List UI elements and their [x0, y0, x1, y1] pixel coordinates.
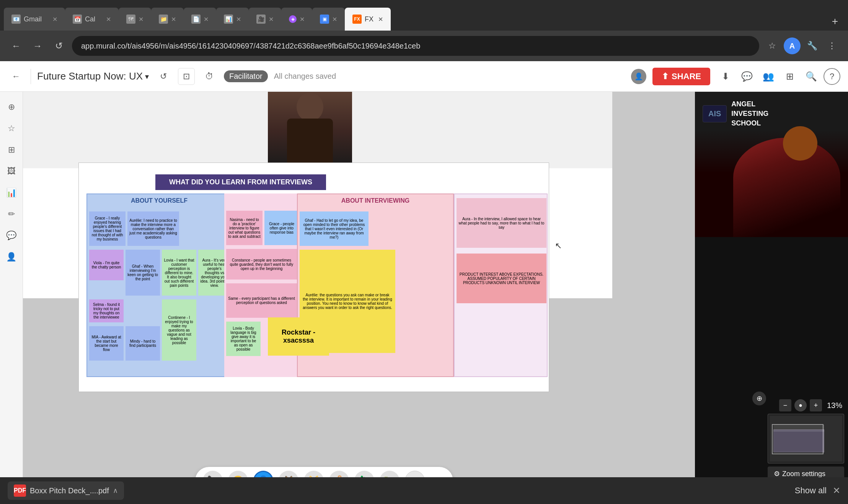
svg-rect-1 [287, 119, 333, 168]
note-ghaf-2: Ghaf - Had to let go of my idea, be open… [300, 211, 369, 246]
frames-button[interactable]: ⊞ [781, 67, 799, 86]
collaborate-button[interactable]: 👥 [759, 67, 778, 86]
help-button[interactable]: ? [824, 68, 840, 85]
address-input[interactable] [72, 36, 759, 56]
toolbar-right-icons: ⬇ 💬 👥 ⊞ 🔍 ? [716, 67, 840, 86]
note-nasima: Nasima - need to do a 'practice' intervi… [226, 211, 263, 245]
profile-icon[interactable]: A [784, 37, 801, 54]
back-button[interactable]: ← [8, 37, 24, 54]
tab-docs[interactable]: 📄 ✕ [184, 8, 216, 31]
note-mindy: Mindy - hard to find participants [126, 326, 160, 361]
maps-favicon: 🗺 [126, 15, 135, 24]
note-ghaf-1: Ghaf - When interviewing I'm keen on get… [126, 250, 160, 296]
sidebar-image-icon[interactable]: 🖼 [2, 162, 21, 180]
tab-meet[interactable]: 🎥 ✕ [249, 8, 281, 31]
tab-drive[interactable]: 📁 ✕ [151, 8, 184, 31]
view-button[interactable]: ⊡ [178, 68, 195, 85]
right-panel: AIS ANGEL INVESTING SCHOOL − ● + 13% [695, 92, 848, 504]
cal-favicon: 📅 [73, 15, 82, 24]
search-button[interactable]: 🔍 [802, 67, 820, 86]
tab-close-3[interactable]: ✕ [139, 16, 144, 23]
user-avatar-toolbar: 👤 [631, 69, 646, 84]
note-lovia-1: Lovia - I want that customer perception … [162, 250, 196, 296]
minimap-viewport [772, 424, 824, 454]
app-toolbar: ← Future Startup Now: UX ▾ ↺ ⊡ ⏱ Facilit… [0, 61, 848, 92]
sidebar-user-icon[interactable]: 👤 [2, 248, 21, 266]
forward-button[interactable]: → [29, 37, 46, 54]
dark-area: − ● + 13% ⊕ [695, 237, 848, 504]
timer-button[interactable]: ⏱ [201, 68, 218, 85]
tab-sheets[interactable]: 📊 ✕ [216, 8, 249, 31]
tab-app[interactable]: ▣ ✕ [312, 8, 345, 31]
minimap-dot[interactable]: ● [794, 399, 807, 411]
tab-figma[interactable]: ◈ ✕ [281, 8, 312, 31]
extensions-icon[interactable]: 🔧 [804, 37, 820, 54]
note-aurelie-1: Aurélie: I need to practice to make the … [127, 211, 179, 246]
tab-close[interactable]: ✕ [52, 16, 57, 23]
tab-bar: 📧 Gmail ✕ 📅 Cal ✕ 🗺 ✕ 📁 ✕ 📄 ✕ [0, 0, 848, 31]
minimap-plus[interactable]: + [810, 399, 822, 411]
sidebar-add-icon[interactable]: ⊕ [2, 98, 21, 116]
app-back-button[interactable]: ← [8, 68, 24, 85]
about-yourself-section: ABOUT YOURSELF Grace - I really enjoyed … [86, 193, 232, 377]
note-constance: Constance - people are sometimes quite g… [226, 249, 297, 280]
share-icon: ⬆ [662, 72, 669, 81]
gear-icon: ⚙ [774, 470, 780, 478]
dropdown-icon[interactable]: ▾ [145, 72, 149, 81]
bottom-file-bar: PDF Boxx Pitch Deck_....pdf ∧ Show all ✕ [0, 477, 848, 504]
about-interviewing-label: ABOUT INTERVIEWING [298, 194, 453, 207]
school-abbreviation: AIS [703, 105, 727, 122]
close-file-bar-button[interactable]: ✕ [833, 485, 840, 496]
video-person [695, 130, 848, 237]
compass-icon[interactable]: ⊕ [752, 392, 766, 405]
tab-close-2[interactable]: ✕ [106, 16, 111, 23]
canvas-area[interactable]: WHAT DID YOU LEARN FROM INTERVIEWS ABOUT… [23, 92, 695, 504]
about-yourself-label: ABOUT YOURSELF [87, 194, 231, 207]
download-button[interactable]: ⬇ [716, 67, 735, 86]
right-section: Aura - In the interview, I allowed space… [454, 193, 548, 377]
sidebar-grid-icon[interactable]: ⊞ [2, 141, 21, 159]
facilitator-badge[interactable]: Facilitator [224, 70, 268, 82]
file-item[interactable]: PDF Boxx Pitch Deck_....pdf ∧ [8, 481, 124, 500]
tab-maps[interactable]: 🗺 ✕ [119, 8, 151, 31]
note-viola: Viola - I'm quite the chatty person [89, 250, 124, 280]
main-layout: ⊕ ☆ ⊞ 🖼 📊 ✏ 💬 👤 A WHAT [0, 92, 848, 504]
new-tab-button[interactable]: + [826, 12, 844, 31]
minimap-minus[interactable]: − [779, 399, 791, 411]
share-button[interactable]: ⬆ SHARE [652, 68, 710, 85]
bookmark-icon[interactable]: ☆ [764, 37, 781, 54]
person-head [783, 126, 817, 161]
refresh-button[interactable]: ↺ [51, 37, 67, 54]
sidebar-pen-icon[interactable]: ✏ [2, 205, 21, 223]
file-chevron-icon[interactable]: ∧ [113, 486, 118, 495]
address-bar-row: ← → ↺ ☆ A 🔧 ⋮ [0, 31, 848, 61]
note-product: PRODUCT INTEREST ABOVE EXPECTATIONS. ASS… [457, 254, 546, 303]
user-presence: 👤 [631, 69, 646, 84]
share-label: SHARE [672, 72, 701, 81]
note-aura-2: Aura - In the interview, I allowed space… [457, 198, 546, 248]
zoom-settings-label: Zoom settings [782, 470, 825, 478]
tab-gmail[interactable]: 📧 Gmail ✕ [4, 8, 65, 31]
sidebar-chart-icon[interactable]: 📊 [2, 184, 21, 202]
save-status: All changes saved [274, 72, 336, 81]
minimap-area: − ● + 13% ⊕ [768, 399, 844, 481]
minimap-thumbnail[interactable] [768, 414, 844, 463]
undo-button[interactable]: ↺ [155, 68, 172, 85]
tab-calendar[interactable]: 📅 Cal ✕ [65, 8, 119, 31]
divider [31, 69, 31, 84]
note-grace-2: Grace - people often give into response … [264, 211, 299, 245]
menu-icon[interactable]: ⋮ [824, 37, 840, 54]
person-silhouette [268, 92, 352, 168]
note-selma: Selma - found it tricky not to put my th… [89, 299, 124, 322]
sidebar-star-icon[interactable]: ☆ [2, 119, 21, 138]
tab-fx[interactable]: FX FX ✕ [345, 8, 391, 31]
comment-button[interactable]: 💬 [738, 67, 756, 86]
rockstar-note: Rockstar - xsacsssa [268, 317, 329, 356]
drive-favicon: 📁 [159, 15, 168, 24]
note-continene: Continene - I enjoyed trying to make my … [162, 299, 196, 361]
interview-board: WHAT DID YOU LEARN FROM INTERVIEWS ABOUT… [78, 163, 549, 392]
svg-point-0 [297, 93, 323, 122]
school-logo-area: AIS ANGEL INVESTING SCHOOL [703, 99, 768, 128]
show-all-button[interactable]: Show all [795, 486, 827, 496]
sidebar-comment-icon[interactable]: 💬 [2, 226, 21, 245]
